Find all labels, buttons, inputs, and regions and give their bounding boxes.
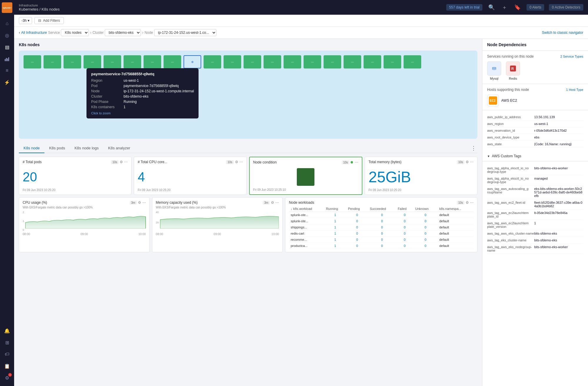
tab-k8s-node-logs[interactable]: K8s node logs (70, 143, 103, 153)
properties-section: aws_public_ip_address 13.56.191.139 aws_… (482, 110, 588, 151)
custom-tags-list: aws_tag_alpha_eksctl_io_no degroup-type … (487, 165, 583, 254)
cpu-chart-settings[interactable]: ⚙ (138, 200, 141, 205)
cluster-dropdown[interactable]: bits-sfdemo-eks (105, 29, 141, 36)
pod-r1c1[interactable] (24, 55, 41, 68)
metric-total-pods-interval: 10s (111, 160, 119, 164)
node-dropdown[interactable]: ip-172-31-24-152.us-west-1.co... (154, 29, 216, 36)
nav-breadcrumbs: ‹ All Infrastructure Service K8s nodes ›… (19, 29, 216, 36)
workloads-title: Node workloads (289, 200, 314, 205)
metric-total-memory-settings[interactable]: ⚙ (466, 160, 469, 164)
sidebar-item-tags[interactable]: 🏷 (2, 349, 12, 360)
memory-chart-more[interactable]: ⋯ (275, 200, 279, 205)
tag-key: aws_tag_alpha_eksctl_io_no degroup-type (487, 166, 534, 173)
custom-tags-label: AWS Custom Tags (492, 154, 521, 158)
metric-total-cpu-settings[interactable]: ⚙ (235, 160, 238, 164)
sidebar-item-settings[interactable]: ⚙ ! (2, 372, 12, 383)
prop-key: aws_public_ip_address (487, 115, 534, 119)
k8s-visualization[interactable]: paymentservice-7d7568855f-q9wtq Region u… (19, 51, 477, 139)
sidebar-item-apm[interactable] (2, 54, 12, 64)
time-selector[interactable]: -3h ▾ (19, 17, 32, 24)
sidebar-item-infrastructure[interactable]: ▤ (2, 42, 12, 52)
nav-all-infra[interactable]: All Infrastructure (21, 31, 47, 35)
tag-key: aws_tag_aws_autoscaling_g roupName (487, 187, 534, 198)
custom-tag-row: aws_tag_aws_eks_nodegroup-name bits-sfde… (487, 244, 583, 254)
tab-k8s-node[interactable]: K8s node (19, 143, 44, 153)
pod-r3c1[interactable] (224, 55, 241, 68)
add-filters-button[interactable]: ⊟ Add Filters (34, 17, 64, 24)
app-logo[interactable]: splunk> (2, 2, 12, 13)
pod-r4c3[interactable] (364, 55, 381, 68)
metric-total-pods-settings[interactable]: ⚙ (120, 160, 123, 164)
mysql-icon (487, 61, 501, 76)
service-redis[interactable]: R Redis (506, 61, 520, 80)
table-row: splunk-ote... 1 0 0 0 0 default (289, 212, 474, 218)
workloads-settings[interactable]: ⚙ (466, 200, 469, 205)
bookmark-button[interactable]: 🔖 (513, 3, 522, 12)
tag-value: bits-sfdemo-eks (534, 238, 583, 242)
sidebar-item-reports[interactable]: 📋 (2, 361, 12, 371)
workloads-interval: 10s (457, 201, 464, 205)
pod-r1c2[interactable] (44, 55, 61, 68)
pod-r1c4[interactable] (84, 55, 101, 68)
sidebar-item-home[interactable]: ⌂ (2, 18, 12, 29)
table-row: splunk-ote... 1 0 0 0 0 default (289, 218, 474, 224)
pod-r4c5[interactable] (404, 55, 421, 68)
workloads-more[interactable]: ⋯ (470, 200, 474, 205)
sidebar-item-synth[interactable]: ⚡ (2, 77, 12, 88)
mysql-label: Mysql (490, 77, 499, 80)
pod-r2c4-selected[interactable] (184, 55, 201, 68)
property-row: aws_public_ip_address 13.56.191.139 (487, 114, 583, 121)
metric-node-condition-more[interactable]: ⋯ (355, 160, 358, 164)
tab-k8s-pods[interactable]: K8s pods (44, 143, 70, 153)
metric-total-memory-more[interactable]: ⋯ (470, 160, 474, 164)
search-button[interactable]: 🔍 (487, 3, 496, 12)
pod-r3c4[interactable] (284, 55, 301, 68)
pod-r3c2[interactable] (244, 55, 261, 68)
pod-r2c2[interactable] (144, 55, 161, 68)
metric-total-pods-more[interactable]: ⋯ (124, 160, 128, 164)
metric-total-memory-ts: Fri 09 Jun 2023 10:25:20 (369, 188, 474, 192)
add-button[interactable]: ＋ (501, 3, 508, 12)
sidebar-item-alerts[interactable]: 🔔 (2, 325, 12, 336)
metrics-row: # Total pods 10s ⚙ ⋯ 20 Fri 09 Jun 2023 … (19, 157, 477, 195)
cell-workload: splunk-ote... (289, 212, 324, 218)
table-row: redis-cart 1 0 0 0 0 default (289, 230, 474, 237)
infra-label: Infrastructure (19, 4, 60, 7)
memory-chart-subtitle: With EKS/Fargate metric data can possibl… (156, 206, 279, 209)
prop-key: aws_region (487, 122, 534, 126)
pod-r3c3[interactable] (264, 55, 281, 68)
prop-value: us-west-1 (534, 122, 583, 126)
metric-total-cpu-more[interactable]: ⋯ (239, 160, 243, 164)
cell-unknown: 0 (414, 218, 438, 224)
tab-menu-button[interactable]: ⋮ (470, 145, 477, 151)
tab-k8s-analyzer[interactable]: K8s analyzer (104, 143, 135, 153)
memory-chart-area: 40 20 (156, 211, 279, 231)
svg-text:R: R (511, 67, 514, 71)
pod-r2c3[interactable] (164, 55, 181, 68)
pod-r2c5[interactable] (204, 55, 221, 68)
service-mysql[interactable]: Mysql (487, 61, 501, 80)
aws-ec2-item[interactable]: EC2 AWS EC2 (487, 95, 583, 106)
switch-classic-link[interactable]: Switch to classic navigator (542, 31, 583, 35)
pod-r4c2[interactable] (344, 55, 361, 68)
pod-r4c1[interactable] (324, 55, 341, 68)
sidebar-item-topology[interactable]: ◎ (2, 30, 12, 41)
service-dropdown[interactable]: K8s nodes (61, 29, 89, 36)
sidebar-item-logs[interactable]: ≡ (2, 65, 12, 76)
pod-r1c3[interactable] (64, 55, 81, 68)
sidebar-item-dashboards[interactable]: ⊞ (2, 337, 12, 348)
table-row: recomme... 1 0 0 0 0 default (289, 237, 474, 243)
cell-succeeded: 0 (368, 224, 396, 230)
alerts-badge[interactable]: 0 Alerts (527, 4, 544, 11)
custom-tags-toggle[interactable]: ▼ AWS Custom Tags (482, 151, 588, 161)
tooltip-zoom-link[interactable]: Click to zoom (91, 111, 194, 115)
tag-value: bits-sfdemo-eks (534, 232, 583, 235)
cpu-chart-more[interactable]: ⋯ (142, 200, 146, 205)
metric-total-cpu-header: # Total CPU core... 10s ⚙ ⋯ (138, 160, 243, 164)
pod-r1c5[interactable] (104, 55, 121, 68)
memory-chart-settings[interactable]: ⚙ (271, 200, 274, 205)
pod-r4c4[interactable] (384, 55, 401, 68)
metric-total-cpu-title: # Total CPU core... (138, 160, 167, 164)
pod-r3c5[interactable] (304, 55, 321, 68)
pod-r2c1[interactable] (124, 55, 141, 68)
